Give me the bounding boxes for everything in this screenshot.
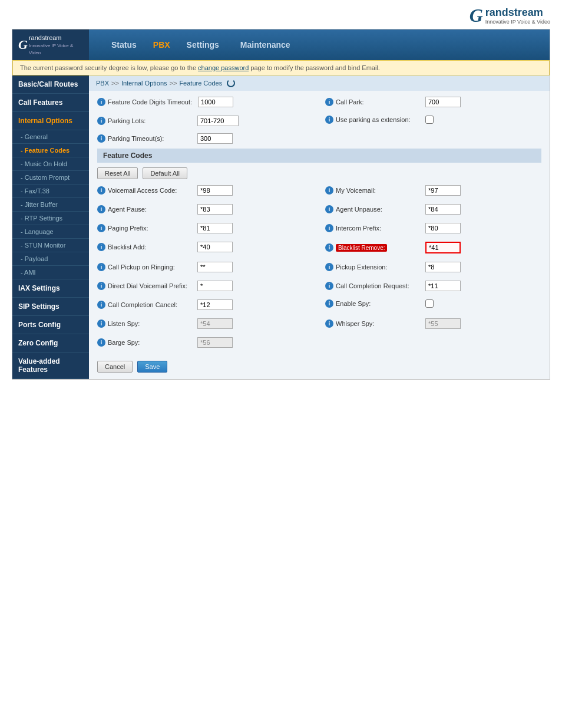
sidebar-item-sip-settings[interactable]: SIP Settings [12,298,89,316]
sidebar-item-value-added-features[interactable]: Value-added Features [12,353,89,379]
cancel-button[interactable]: Cancel [97,361,133,373]
tooltip-agent-unpause[interactable]: i [325,205,333,213]
paging-prefix-label: Paging Prefix: [108,225,148,232]
tooltip-intercom-prefix[interactable]: i [325,224,333,232]
save-button[interactable]: Save [137,361,167,373]
sidebar-item-zero-config[interactable]: Zero Config [12,334,89,353]
call-pickup-ringing-label: Call Pickup on Ringing: [108,263,175,271]
sidebar-item-custom-prompt[interactable]: - Custom Prompt [12,171,89,185]
call-park-input[interactable] [425,97,461,107]
sidebar-item-iax-settings[interactable]: IAX Settings [12,279,89,298]
tooltip-whisper-spy[interactable]: i [325,319,333,328]
header-logo-text: randstreamInnovative IP Voice & Video [29,34,83,55]
sidebar-item-ami[interactable]: - AMI [12,266,89,279]
blacklist-remove-input[interactable] [425,242,461,253]
sidebar-item-call-features[interactable]: Call Features [12,94,89,112]
tooltip-my-voicemail[interactable]: i [325,186,333,195]
direct-dial-voicemail-input[interactable] [197,281,233,291]
alert-text2: page to modify the password and bind Ema… [250,64,380,71]
nav-status[interactable]: Status [101,32,147,58]
call-completion-cancel-label: Call Completion Cancel: [108,301,177,308]
sidebar-item-stun-monitor[interactable]: - STUN Monitor [12,239,89,252]
call-park-label: Call Park: [336,98,364,106]
pickup-extension-label: Pickup Extension: [336,263,387,271]
tooltip-direct-dial-voicemail[interactable]: i [97,282,105,290]
tooltip-voicemail-access[interactable]: i [97,186,105,195]
reset-all-button[interactable]: Reset All [97,167,138,179]
tooltip-paging-prefix[interactable]: i [97,224,105,232]
voicemail-access-label: Voicemail Access Code: [108,187,177,194]
use-parking-label: Use parking as extension: [336,116,411,123]
call-completion-request-label: Call Completion Request: [336,282,409,289]
my-voicemail-label: My Voicemail: [336,187,376,194]
digits-timeout-input[interactable] [198,97,233,107]
default-all-button[interactable]: Default All [143,167,187,179]
tooltip-blacklist-remove[interactable]: i [325,243,333,252]
agent-unpause-label: Agent Unpause: [336,206,382,213]
tooltip-icon-call-park[interactable]: i [325,98,333,106]
use-parking-checkbox[interactable] [425,116,434,124]
call-completion-request-input[interactable] [425,281,461,291]
barge-spy-label: Barge Spy: [108,339,140,346]
tooltip-blacklist-add[interactable]: i [97,243,105,251]
tooltip-icon-use-parking[interactable]: i [325,116,333,124]
blacklist-add-input[interactable] [197,242,233,252]
whisper-spy-input[interactable] [425,318,461,329]
tooltip-agent-pause[interactable]: i [97,205,105,213]
call-pickup-ringing-input[interactable] [197,262,233,272]
sidebar-item-jitter-buffer[interactable]: - Jitter Buffer [12,198,89,212]
tooltip-call-pickup-ringing[interactable]: i [97,263,105,271]
sidebar-item-basic-call-routes[interactable]: Basic/Call Routes [12,75,89,94]
feature-codes-header: Feature Codes [97,149,541,163]
enable-spy-checkbox[interactable] [425,299,434,308]
breadcrumb-pbx[interactable]: PBX [96,80,109,87]
sidebar: Basic/Call Routes Call Features Internal… [12,75,89,379]
refresh-icon[interactable] [227,79,235,87]
digits-timeout-label: Feature Code Digits Timeout: [108,98,192,106]
tooltip-icon-parking-timeout[interactable]: i [97,134,105,143]
main-panel: PBX >> Internal Options >> Feature Codes… [89,75,550,379]
sidebar-item-internal-options[interactable]: Internal Options [12,112,89,130]
nav-settings[interactable]: Settings [176,32,230,58]
sidebar-item-music-on-hold[interactable]: - Music On Hold [12,157,89,171]
breadcrumb-internal-options[interactable]: Internal Options [121,80,167,87]
sidebar-item-feature-codes[interactable]: - Feature Codes [12,144,89,157]
sidebar-item-rtp-settings[interactable]: - RTP Settings [12,212,89,225]
sidebar-item-general[interactable]: - General [12,130,89,144]
parking-timeout-input[interactable] [197,133,233,144]
tooltip-icon-parking-lots[interactable]: i [97,117,105,125]
pickup-extension-input[interactable] [425,262,461,272]
tooltip-icon-digits-timeout[interactable]: i [97,98,105,106]
sidebar-item-payload[interactable]: - Payload [12,252,89,266]
tooltip-barge-spy[interactable]: i [97,338,105,347]
tooltip-pickup-extension[interactable]: i [325,263,333,271]
alert-bar: The current password security degree is … [12,60,550,75]
intercom-prefix-input[interactable] [425,223,461,233]
tooltip-listen-spy[interactable]: i [97,319,105,328]
voicemail-access-input[interactable] [197,185,233,196]
tooltip-call-completion-cancel[interactable]: i [97,301,105,309]
nav-maintenance[interactable]: Maintenance [230,32,301,58]
header-logo: G randstreamInnovative IP Voice & Video [12,29,89,60]
agent-pause-input[interactable] [197,204,233,215]
tooltip-enable-spy[interactable]: i [325,299,333,308]
listen-spy-input[interactable] [197,318,233,329]
alert-link[interactable]: change password [198,64,249,71]
header-nav: G randstreamInnovative IP Voice & Video … [12,29,550,60]
parking-lots-input[interactable] [197,116,239,126]
sidebar-item-language[interactable]: - Language [12,225,89,239]
sidebar-item-ports-config[interactable]: Ports Config [12,316,89,334]
paging-prefix-input[interactable] [197,223,233,233]
direct-dial-voicemail-label: Direct Dial Voicemail Prefix: [108,282,187,289]
call-completion-cancel-input[interactable] [197,299,233,310]
logo-slogan: Innovative IP Voice & Video [485,19,550,25]
tooltip-call-completion-request[interactable]: i [325,282,333,290]
my-voicemail-input[interactable] [425,185,461,196]
nav-pbx[interactable]: PBX [147,32,176,58]
logo-brand: randstream [485,6,550,19]
sidebar-item-fax-t38[interactable]: - Fax/T.38 [12,185,89,198]
blacklist-add-label: Blacklist Add: [108,243,146,251]
barge-spy-input[interactable] [197,337,233,348]
top-logo: G randstream Innovative IP Voice & Video [470,5,550,27]
agent-unpause-input[interactable] [425,204,461,215]
